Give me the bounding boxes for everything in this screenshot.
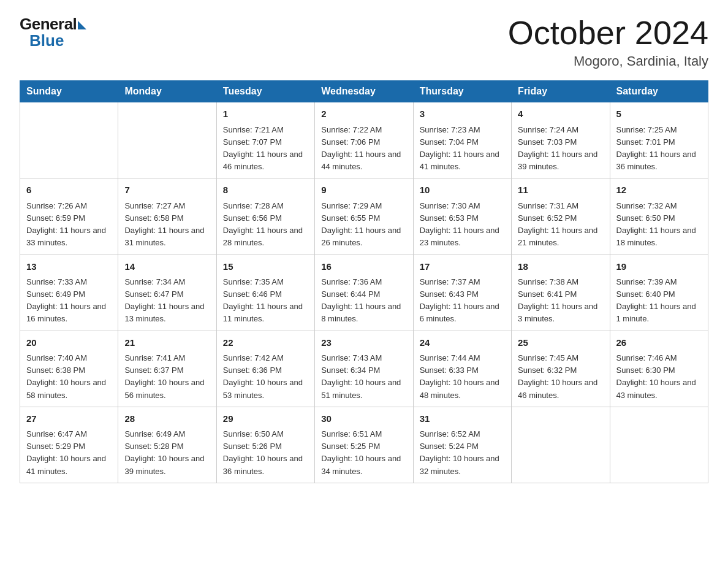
calendar-cell: 4Sunrise: 7:24 AMSunset: 7:03 PMDaylight… — [512, 102, 610, 178]
day-info: Sunrise: 6:52 AMSunset: 5:24 PMDaylight:… — [420, 428, 505, 478]
day-info: Sunrise: 7:23 AMSunset: 7:04 PMDaylight:… — [420, 124, 505, 174]
calendar-cell: 16Sunrise: 7:36 AMSunset: 6:44 PMDayligh… — [315, 255, 413, 331]
calendar-cell: 25Sunrise: 7:45 AMSunset: 6:32 PMDayligh… — [512, 331, 610, 407]
logo-blue-text: Blue — [29, 31, 64, 50]
day-number: 30 — [321, 412, 406, 426]
day-number: 19 — [616, 260, 702, 274]
day-info: Sunrise: 6:49 AMSunset: 5:28 PMDaylight:… — [124, 428, 210, 478]
day-info: Sunrise: 7:46 AMSunset: 6:30 PMDaylight:… — [616, 352, 702, 402]
day-number: 10 — [420, 183, 505, 197]
calendar-cell: 31Sunrise: 6:52 AMSunset: 5:24 PMDayligh… — [413, 407, 511, 483]
calendar-cell: 28Sunrise: 6:49 AMSunset: 5:28 PMDayligh… — [118, 407, 216, 483]
day-info: Sunrise: 7:43 AMSunset: 6:34 PMDaylight:… — [321, 352, 406, 402]
calendar-cell — [118, 102, 216, 178]
day-info: Sunrise: 6:47 AMSunset: 5:29 PMDaylight:… — [26, 428, 112, 478]
calendar-cell: 5Sunrise: 7:25 AMSunset: 7:01 PMDaylight… — [610, 102, 708, 178]
title-block: October 2024 Mogoro, Sardinia, Italy — [508, 15, 708, 69]
day-info: Sunrise: 7:39 AMSunset: 6:40 PMDaylight:… — [616, 276, 702, 326]
calendar-cell: 29Sunrise: 6:50 AMSunset: 5:26 PMDayligh… — [216, 407, 314, 483]
header-friday: Friday — [512, 81, 610, 102]
calendar-cell: 14Sunrise: 7:34 AMSunset: 6:47 PMDayligh… — [118, 255, 216, 331]
day-number: 23 — [321, 336, 406, 350]
calendar-cell — [610, 407, 708, 483]
calendar-cell: 20Sunrise: 7:40 AMSunset: 6:38 PMDayligh… — [20, 331, 118, 407]
logo-triangle-icon — [78, 21, 86, 29]
calendar-cell — [20, 102, 118, 178]
day-number: 14 — [124, 260, 210, 274]
calendar-cell: 10Sunrise: 7:30 AMSunset: 6:53 PMDayligh… — [413, 178, 511, 255]
day-info: Sunrise: 7:33 AMSunset: 6:49 PMDaylight:… — [26, 276, 112, 326]
header-wednesday: Wednesday — [315, 81, 413, 102]
day-info: Sunrise: 7:28 AMSunset: 6:56 PMDaylight:… — [223, 200, 308, 250]
calendar-cell: 23Sunrise: 7:43 AMSunset: 6:34 PMDayligh… — [315, 331, 413, 407]
header-thursday: Thursday — [413, 81, 511, 102]
calendar-cell: 2Sunrise: 7:22 AMSunset: 7:06 PMDaylight… — [315, 102, 413, 178]
day-number: 7 — [124, 183, 210, 197]
day-info: Sunrise: 7:26 AMSunset: 6:59 PMDaylight:… — [26, 200, 112, 250]
calendar-cell: 22Sunrise: 7:42 AMSunset: 6:36 PMDayligh… — [216, 331, 314, 407]
day-info: Sunrise: 7:36 AMSunset: 6:44 PMDaylight:… — [321, 276, 406, 326]
day-number: 5 — [616, 107, 702, 121]
calendar-cell: 26Sunrise: 7:46 AMSunset: 6:30 PMDayligh… — [610, 331, 708, 407]
calendar-cell: 7Sunrise: 7:27 AMSunset: 6:58 PMDaylight… — [118, 178, 216, 255]
day-number: 20 — [26, 336, 112, 350]
day-info: Sunrise: 7:42 AMSunset: 6:36 PMDaylight:… — [223, 352, 308, 402]
day-info: Sunrise: 7:37 AMSunset: 6:43 PMDaylight:… — [420, 276, 505, 326]
day-number: 11 — [518, 183, 603, 197]
calendar-cell: 18Sunrise: 7:38 AMSunset: 6:41 PMDayligh… — [512, 255, 610, 331]
day-number: 25 — [518, 336, 603, 350]
calendar-cell: 8Sunrise: 7:28 AMSunset: 6:56 PMDaylight… — [216, 178, 314, 255]
page-header: General Blue October 2024 Mogoro, Sardin… — [20, 15, 708, 69]
calendar-cell — [512, 407, 610, 483]
day-info: Sunrise: 7:32 AMSunset: 6:50 PMDaylight:… — [616, 200, 702, 250]
calendar-header-row: SundayMondayTuesdayWednesdayThursdayFrid… — [20, 81, 708, 102]
calendar-cell: 21Sunrise: 7:41 AMSunset: 6:37 PMDayligh… — [118, 331, 216, 407]
calendar-cell: 3Sunrise: 7:23 AMSunset: 7:04 PMDaylight… — [413, 102, 511, 178]
day-number: 9 — [321, 183, 406, 197]
day-info: Sunrise: 7:25 AMSunset: 7:01 PMDaylight:… — [616, 124, 702, 174]
calendar-cell: 9Sunrise: 7:29 AMSunset: 6:55 PMDaylight… — [315, 178, 413, 255]
day-number: 26 — [616, 336, 702, 350]
day-number: 13 — [26, 260, 112, 274]
subtitle: Mogoro, Sardinia, Italy — [508, 53, 708, 69]
calendar-week-row: 13Sunrise: 7:33 AMSunset: 6:49 PMDayligh… — [20, 255, 708, 331]
day-number: 12 — [616, 183, 702, 197]
day-info: Sunrise: 7:30 AMSunset: 6:53 PMDaylight:… — [420, 200, 505, 250]
calendar-week-row: 20Sunrise: 7:40 AMSunset: 6:38 PMDayligh… — [20, 331, 708, 407]
day-info: Sunrise: 7:24 AMSunset: 7:03 PMDaylight:… — [518, 124, 603, 174]
header-tuesday: Tuesday — [216, 81, 314, 102]
day-number: 29 — [223, 412, 308, 426]
day-info: Sunrise: 7:34 AMSunset: 6:47 PMDaylight:… — [124, 276, 210, 326]
day-info: Sunrise: 7:44 AMSunset: 6:33 PMDaylight:… — [420, 352, 505, 402]
calendar-cell: 30Sunrise: 6:51 AMSunset: 5:25 PMDayligh… — [315, 407, 413, 483]
day-info: Sunrise: 7:21 AMSunset: 7:07 PMDaylight:… — [223, 124, 308, 174]
day-number: 31 — [420, 412, 505, 426]
day-info: Sunrise: 6:51 AMSunset: 5:25 PMDaylight:… — [321, 428, 406, 478]
day-info: Sunrise: 7:38 AMSunset: 6:41 PMDaylight:… — [518, 276, 603, 326]
day-number: 24 — [420, 336, 505, 350]
day-info: Sunrise: 7:45 AMSunset: 6:32 PMDaylight:… — [518, 352, 603, 402]
calendar-cell: 15Sunrise: 7:35 AMSunset: 6:46 PMDayligh… — [216, 255, 314, 331]
calendar-cell: 27Sunrise: 6:47 AMSunset: 5:29 PMDayligh… — [20, 407, 118, 483]
day-info: Sunrise: 7:31 AMSunset: 6:52 PMDaylight:… — [518, 200, 603, 250]
calendar-cell: 13Sunrise: 7:33 AMSunset: 6:49 PMDayligh… — [20, 255, 118, 331]
calendar-cell: 19Sunrise: 7:39 AMSunset: 6:40 PMDayligh… — [610, 255, 708, 331]
day-number: 27 — [26, 412, 112, 426]
day-info: Sunrise: 6:50 AMSunset: 5:26 PMDaylight:… — [223, 428, 308, 478]
day-number: 17 — [420, 260, 505, 274]
day-number: 16 — [321, 260, 406, 274]
day-number: 3 — [420, 107, 505, 121]
day-info: Sunrise: 7:35 AMSunset: 6:46 PMDaylight:… — [223, 276, 308, 326]
day-number: 21 — [124, 336, 210, 350]
day-info: Sunrise: 7:22 AMSunset: 7:06 PMDaylight:… — [321, 124, 406, 174]
calendar-cell: 12Sunrise: 7:32 AMSunset: 6:50 PMDayligh… — [610, 178, 708, 255]
calendar-cell: 1Sunrise: 7:21 AMSunset: 7:07 PMDaylight… — [216, 102, 314, 178]
calendar-table: SundayMondayTuesdayWednesdayThursdayFrid… — [20, 80, 708, 483]
day-info: Sunrise: 7:27 AMSunset: 6:58 PMDaylight:… — [124, 200, 210, 250]
day-info: Sunrise: 7:41 AMSunset: 6:37 PMDaylight:… — [124, 352, 210, 402]
header-monday: Monday — [118, 81, 216, 102]
day-info: Sunrise: 7:29 AMSunset: 6:55 PMDaylight:… — [321, 200, 406, 250]
calendar-week-row: 27Sunrise: 6:47 AMSunset: 5:29 PMDayligh… — [20, 407, 708, 483]
header-saturday: Saturday — [610, 81, 708, 102]
day-number: 6 — [26, 183, 112, 197]
